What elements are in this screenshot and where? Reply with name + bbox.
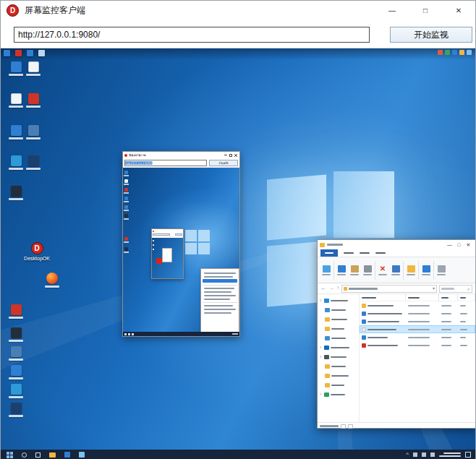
windows-logo-pane — [333, 171, 394, 238]
tab-label-text — [375, 252, 386, 254]
file-name-cell — [360, 343, 406, 348]
taskbar-left — [1, 452, 85, 458]
nested-taskbar — [123, 332, 239, 336]
explorer-body: › › › › — [318, 294, 475, 422]
folder-icon — [325, 364, 330, 369]
ribbon-label-text — [350, 274, 359, 275]
connection-toolbar: 开始监视 — [1, 20, 475, 48]
properties-icon — [422, 265, 430, 273]
nav-tree-item: › — [318, 390, 359, 399]
start-monitor-button[interactable]: 开始监视 — [390, 27, 472, 43]
file-size-cell — [458, 321, 475, 322]
nav-label-text — [331, 319, 347, 320]
nav-tree-item — [318, 380, 359, 390]
status-bar — [318, 422, 475, 429]
notification-center-icon — [465, 452, 471, 458]
breadcrumb-text — [349, 288, 378, 290]
explorer-title-text — [327, 244, 343, 246]
nested-toolbar: http://127.0.0.1:9080/ 开始监视 — [123, 158, 239, 168]
file-name-cell — [360, 304, 406, 308]
remote-taskbar: ^ — [1, 450, 475, 459]
desktop-icon-label — [9, 377, 23, 379]
nested-desktop-icon — [124, 237, 128, 241]
menu-item — [204, 305, 233, 306]
nested-desktop-icon — [124, 214, 128, 218]
chevron-down-icon: ▾ — [433, 286, 435, 291]
file-size-text — [460, 337, 466, 338]
tab-label-text — [325, 252, 333, 254]
nested-taskbar-icon — [132, 333, 134, 335]
file-date-cell — [406, 321, 439, 322]
ribbon-divider — [333, 261, 334, 280]
menu-item — [204, 276, 233, 278]
nested-close-icon — [234, 154, 237, 157]
file-size-cell — [458, 337, 475, 338]
ribbon-new-folder-button — [405, 265, 417, 275]
column-header-type — [439, 294, 458, 301]
remote-screen-view[interactable]: D DesktopOK 屏幕监控客户端 http://127.0.0. — [1, 48, 475, 459]
menu-separator — [203, 302, 237, 303]
file-name-text — [367, 305, 394, 306]
file-type-cell — [439, 305, 458, 306]
ribbon-divider — [418, 261, 419, 280]
desktop-icon-glyph — [28, 61, 39, 72]
desktop-icon-glyph — [11, 403, 22, 413]
close-icon: ✕ — [456, 7, 462, 14]
file-type-text — [441, 305, 451, 306]
url-input[interactable] — [14, 27, 370, 43]
maximize-button[interactable]: □ — [409, 1, 442, 20]
ribbon-divider — [375, 261, 375, 280]
ribbon-select-button — [435, 265, 447, 275]
file-icon — [362, 319, 366, 324]
desktop-icon-glyph — [11, 186, 22, 197]
menu-item — [204, 295, 236, 296]
file-row — [360, 341, 475, 349]
back-icon: ← — [320, 286, 326, 291]
nested-client-window: 屏幕监控客户端 http://127.0.0.1:9080/ 开始监视 — [122, 151, 240, 337]
taskbar-clock — [439, 452, 461, 457]
item-count-text — [320, 425, 339, 427]
nav-tree-item: › — [318, 343, 359, 352]
file-date-cell — [406, 305, 439, 306]
tray-icon — [413, 452, 417, 457]
close-button[interactable]: ✕ — [442, 1, 475, 20]
desktop-icon — [38, 50, 45, 56]
close-icon: ✕ — [464, 240, 473, 249]
nested-start-label: 开始监视 — [218, 161, 228, 165]
desktop-icon-label — [26, 106, 41, 108]
minimize-button[interactable]: — — [375, 1, 409, 20]
nested-desktop-icon — [124, 188, 128, 192]
file-date-text — [408, 321, 430, 322]
ribbon-label-text — [391, 274, 400, 275]
search-icon: ⌕ — [467, 286, 470, 291]
desktop-icon-label — [26, 168, 41, 170]
nested-remote-view — [123, 168, 239, 336]
nav-tree-item — [318, 314, 359, 324]
file-type-cell — [439, 345, 458, 346]
task-view-icon — [35, 452, 41, 458]
file-type-text — [441, 337, 451, 338]
inner-desktop-icon — [153, 240, 154, 241]
file-icon — [362, 304, 366, 308]
nested-url-text: http://127.0.0.1:9080/ — [125, 161, 152, 164]
maximize-icon: □ — [454, 240, 464, 249]
folder-icon — [325, 327, 330, 331]
nav-label-text — [331, 300, 348, 301]
windows-logo-pane — [267, 174, 326, 240]
nav-pane: › › › › — [318, 294, 360, 422]
nav-tree-item: › — [318, 352, 359, 361]
file-type-text — [441, 313, 451, 314]
pin-icon — [323, 265, 331, 273]
inner-remote-view — [152, 238, 183, 278]
nested-clock — [232, 333, 238, 335]
desktop-icon — [22, 93, 44, 108]
file-row — [360, 317, 475, 325]
file-name-cell — [360, 335, 406, 340]
desktop-top-shade — [1, 48, 475, 60]
tray-icon — [422, 452, 426, 457]
nav-tree-item: › — [318, 296, 359, 305]
menu-item — [204, 273, 236, 274]
desktop-icon-glyph — [28, 125, 39, 136]
select-icon — [438, 265, 446, 273]
address-bar: ← → ↑ ▾ ⌕ — [318, 283, 475, 294]
